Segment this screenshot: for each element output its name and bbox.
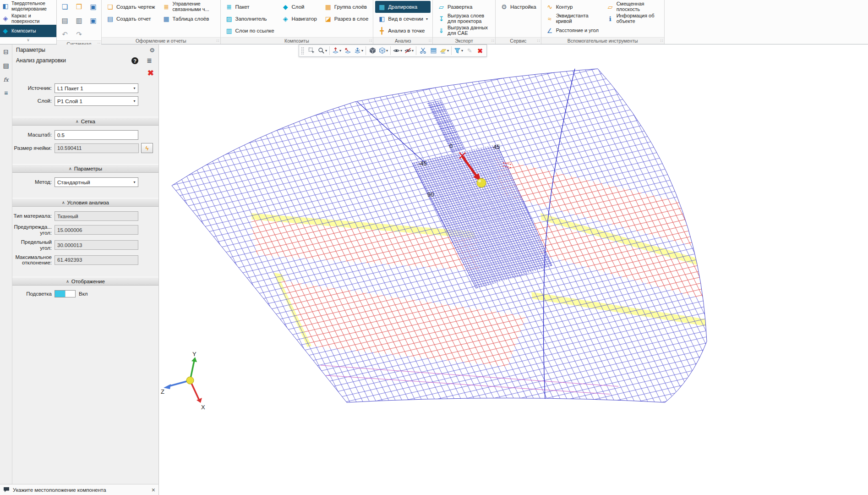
settings-button[interactable]: Настройка [497,1,539,13]
linked-parts-button[interactable]: Управление связанными ч... [160,1,218,13]
create-drawing-button[interactable]: Создать чертеж [104,1,158,13]
source-select[interactable]: L1 Пакет 1 [55,83,138,93]
layer-select[interactable]: P1 Слой 1 [55,96,138,106]
variables-fx-icon[interactable] [1,76,11,83]
viewport-3d[interactable]: 0 45 -45 90 Y Z X [159,44,868,495]
zoom-icon [318,47,325,54]
menu-icon[interactable] [1,89,11,97]
layer-group-button[interactable]: Группа слоёв [322,1,371,13]
section-view-button[interactable]: Вид в сечении [375,13,431,25]
redo-button[interactable] [74,29,85,40]
scale-label: Масштаб: [12,132,55,138]
collapse-ribbon-icon[interactable] [0,38,56,44]
layer-table-button[interactable]: Таблица слоёв [160,13,218,25]
orient-front-button[interactable] [343,45,353,56]
abort-operation-button[interactable] [475,45,485,56]
distance-angle-button[interactable]: Расстояние и угол [543,25,602,37]
section-analysis-conditions[interactable]: Условия анализа [12,198,158,207]
equidistant-curve-button[interactable]: Эквидистанта кривой [543,13,602,25]
toolbar-drag-handle[interactable] [301,47,305,55]
point-analysis-button[interactable]: Анализ в точке [375,25,431,37]
filter-button[interactable] [453,45,464,56]
angle-label-0: 0 [449,143,453,149]
x-axis-label: X [201,404,205,411]
pencil-icon [467,47,472,54]
warning-angle-input [55,225,138,235]
panel-title: Параметры [16,47,45,53]
shading-solid-button[interactable] [367,45,377,56]
group-service: Настройка Сервис [496,0,541,44]
orient-front-icon [344,47,351,54]
create-report-icon [106,15,114,22]
selection-frame-button[interactable] [306,45,317,56]
plane-display-button[interactable] [439,45,450,56]
layers-display-button[interactable] [428,45,438,56]
show-objects-button[interactable] [392,45,403,56]
export-cae-button[interactable]: Выгрузка данных для CAE [435,25,493,37]
undo-icon [62,30,68,38]
layer-button[interactable]: Слой [279,1,320,13]
print-button[interactable] [60,15,71,26]
eye-crossed-icon [404,47,411,54]
orient-top-button[interactable] [331,45,342,56]
cancel-button[interactable] [147,69,154,77]
clip-section-button[interactable] [418,45,428,56]
filler-button[interactable]: Заполнитель [223,13,277,25]
collapse-icon [76,119,79,124]
structure-icon[interactable] [147,57,152,64]
recalculate-cell-button[interactable] [141,143,153,153]
equidistant-curve-icon [546,16,554,22]
shading-wireframe-button[interactable] [378,45,389,56]
properties-list-icon[interactable] [1,62,11,69]
orient-iso-button[interactable] [353,45,364,56]
export-projector-button[interactable]: Выгрузка слоев для проектора [435,13,493,25]
scale-input[interactable] [55,130,138,140]
contour-button[interactable]: Контур [543,1,602,13]
save-button[interactable] [88,1,99,12]
layers-icon [430,47,437,54]
highlight-toggle[interactable] [55,290,76,297]
tab-composites[interactable]: Композиты [0,25,56,37]
print-icon [61,16,68,25]
panel-settings-icon[interactable] [149,47,155,54]
angle-label-minus45: -45 [418,160,427,167]
method-select[interactable]: Стандартный [55,177,138,187]
help-icon[interactable] [131,57,138,64]
unfold-button[interactable]: Развертка [435,1,493,13]
close-status-icon[interactable] [152,487,155,493]
chevron-down-icon [325,49,327,53]
section-parameters[interactable]: Параметры [12,164,158,173]
open-button[interactable] [74,1,85,12]
undo-button[interactable] [60,29,71,40]
draping-button[interactable]: Драпировка [375,1,431,13]
layer-group-icon [324,3,332,11]
z-axis-arrowhead [164,384,171,389]
filler-icon [225,15,233,22]
tab-solid-modeling[interactable]: Твердотельное моделирование [0,0,56,12]
navigator-button[interactable]: Навигатор [279,13,320,25]
create-drawing-icon [106,3,114,11]
source-label: Источник: [12,85,55,91]
zoom-button[interactable] [317,45,328,56]
section-display[interactable]: Отображение [12,277,158,286]
view-toolbar [299,44,487,57]
create-report-button[interactable]: Создать отчет [104,13,158,25]
wireframe-surfaces-icon [2,15,9,22]
section-mesh[interactable]: Сетка [12,117,158,126]
print-preview-button[interactable] [74,15,85,26]
save-all-button[interactable] [88,15,99,26]
layer-section-button[interactable]: Разрез в слое [322,13,371,25]
3d-scene[interactable]: 0 45 -45 90 Y Z X [159,44,868,495]
save-icon [90,3,96,11]
chevron-down-icon [461,49,463,53]
package-button[interactable]: Пакет [223,1,277,13]
layers-by-reference-button[interactable]: Слои по ссылке [223,25,277,37]
hide-objects-button[interactable] [404,45,415,56]
group-label-reports: Оформление и отчеты [102,37,220,44]
object-info-button[interactable]: Информация об объекте [604,13,662,25]
offset-plane-button[interactable]: Смещенная плоскость [604,1,662,13]
new-document-button[interactable] [60,1,71,12]
tab-wireframe-surfaces[interactable]: Каркас и поверхности [0,12,56,25]
parameters-tree-icon[interactable] [1,48,11,55]
draped-mesh-model[interactable] [172,69,708,402]
